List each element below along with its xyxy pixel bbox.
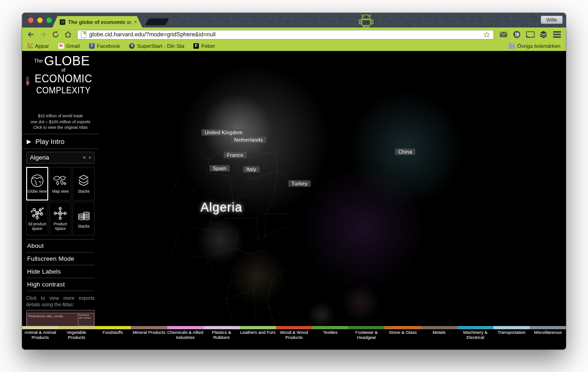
- globe-icon: [30, 173, 45, 188]
- menu-hide-labels[interactable]: Hide Labels: [26, 265, 95, 278]
- legend-category[interactable]: Footwear & Headgear: [348, 326, 384, 340]
- legend-category[interactable]: Leathers and Furs: [240, 326, 276, 340]
- new-tab-button[interactable]: [145, 18, 170, 25]
- category-label: Foodstuffs: [95, 329, 131, 340]
- category-label: Machinery & Electrical: [457, 329, 493, 340]
- world-map-icon: [52, 173, 68, 188]
- app-logo[interactable]: The GLOBE of ECONOMIC COMPLEXITY: [26, 54, 95, 110]
- bookmark-item[interactable]: SSuperStart - Din Sta: [129, 43, 184, 49]
- play-icon: ▶: [27, 138, 31, 145]
- tab-close-icon[interactable]: ×: [134, 19, 137, 25]
- dropdown-caret-icon[interactable]: ▾: [89, 155, 91, 160]
- legend-category[interactable]: Vegetable Products: [58, 326, 95, 340]
- app-title: The GLOBE of ECONOMIC COMPLEXITY: [32, 54, 95, 110]
- pocket-extension-icon[interactable]: [511, 29, 522, 40]
- category-color-swatch: [457, 326, 493, 329]
- category-color-swatch: [204, 326, 240, 329]
- tagline[interactable]: $15 trillion of world trade one dot = $1…: [26, 113, 95, 131]
- category-label: Metals: [421, 329, 457, 340]
- category-label: Leathers and Furs: [240, 329, 276, 340]
- folder-icon: [509, 44, 515, 49]
- menu-about[interactable]: About: [26, 239, 95, 252]
- product-category-legend: Animal & Animal ProductsVegetable Produc…: [22, 326, 566, 340]
- url-bar[interactable]: globe.cid.harvard.edu/?mode=gridSphere&i…: [77, 30, 494, 40]
- treemap-block-crude-oil[interactable]: Petroleum oils, crude 45%: [27, 313, 78, 326]
- mail-extension-icon[interactable]: [498, 29, 509, 40]
- title-bar: The globe of economic co × Wille: [22, 13, 566, 28]
- bookmarks-bar: ApparMGmailfFacebookSSuperStart - Din St…: [22, 41, 566, 51]
- browser-tab[interactable]: The globe of economic co ×: [52, 16, 142, 28]
- atlas-note: Click to view more exports details using…: [26, 295, 95, 308]
- country-search-input[interactable]: Algeria × ▾: [26, 152, 95, 164]
- home-button[interactable]: [63, 29, 73, 40]
- treemap-block-refined-oil[interactable]: Petroleum oils, refined: [78, 313, 94, 326]
- category-label: Chemicals & Allied Industries: [167, 329, 204, 340]
- country-label: Turkey: [288, 180, 311, 187]
- country-label: Italy: [243, 166, 260, 172]
- bookmark-item[interactable]: fFacebook: [89, 43, 120, 49]
- forward-button[interactable]: [38, 29, 48, 40]
- 3d-product-space-button[interactable]: 3d product space: [26, 202, 48, 235]
- browser-toolbar: globe.cid.harvard.edu/?mode=gridSphere&i…: [22, 28, 566, 41]
- category-label: Footwear & Headgear: [348, 329, 384, 340]
- category-label: Miscellaneous: [530, 329, 566, 340]
- legend-category[interactable]: Plastics & Rubbers: [204, 326, 240, 340]
- category-label: Transportation: [493, 329, 530, 340]
- layered-cube-icon: [76, 173, 91, 188]
- category-color-swatch: [530, 326, 566, 329]
- apps-grid-icon: [28, 43, 33, 48]
- export-treemap[interactable]: Petroleum oils, crude 45% Petroleum gase…: [26, 310, 95, 326]
- bookmark-item[interactable]: FFeber: [193, 43, 215, 49]
- legend-category[interactable]: Animal & Animal Products: [22, 326, 58, 340]
- category-label: Animal & Animal Products: [22, 329, 58, 340]
- legend-category[interactable]: Wood & Wood Products: [276, 326, 312, 340]
- legend-category[interactable]: Mineral Products: [131, 326, 167, 340]
- product-space-button[interactable]: Product Space: [50, 202, 72, 235]
- legend-category[interactable]: Transportation: [493, 326, 530, 340]
- close-window-button[interactable]: [28, 17, 34, 23]
- stacks-coins-button[interactable]: Stacks: [73, 202, 95, 235]
- category-label: Vegetable Products: [58, 329, 95, 340]
- category-color-swatch: [384, 326, 421, 329]
- legend-category[interactable]: Metals: [421, 326, 457, 340]
- country-label: United Kingdom: [202, 129, 246, 136]
- profile-button[interactable]: Wille: [541, 16, 563, 24]
- category-color-swatch: [240, 326, 276, 329]
- reload-button[interactable]: [51, 29, 61, 40]
- bookmark-item[interactable]: Appar: [28, 43, 49, 49]
- window-controls: [28, 17, 52, 23]
- country-label: China: [395, 149, 415, 155]
- layers-extension-icon[interactable]: [538, 29, 549, 40]
- menu-high-contrast[interactable]: High contrast: [26, 278, 95, 291]
- superstart-icon: S: [129, 43, 135, 49]
- legend-category[interactable]: Textiles: [312, 326, 349, 340]
- menu-hamburger-icon[interactable]: [551, 29, 562, 40]
- legend-category[interactable]: Chemicals & Allied Industries: [167, 326, 204, 340]
- harvard-crest-icon: [26, 54, 29, 110]
- map-view-button[interactable]: Map view: [50, 167, 72, 200]
- clear-search-icon[interactable]: ×: [83, 155, 86, 161]
- category-color-swatch: [276, 326, 312, 329]
- globe-view-button[interactable]: Globe view: [26, 167, 48, 200]
- cast-extension-icon[interactable]: [525, 29, 536, 40]
- legend-category[interactable]: Machinery & Electrical: [457, 326, 493, 340]
- bookmark-star-icon[interactable]: [483, 31, 490, 38]
- category-label: Mineral Products: [131, 329, 167, 340]
- globe-country-labels: United KingdomNetherlandsFranceSpainItal…: [22, 51, 566, 349]
- zoom-window-button[interactable]: [46, 17, 52, 23]
- other-bookmarks-folder[interactable]: Övriga bokmärken: [509, 43, 560, 49]
- country-label: Netherlands: [231, 137, 266, 143]
- gmail-icon: M: [58, 43, 64, 49]
- menu-fullscreen-mode[interactable]: Fullscreen Mode: [26, 252, 95, 265]
- url-text: globe.cid.harvard.edu/?mode=gridSphere&i…: [89, 31, 481, 38]
- category-label: Plastics & Rubbers: [204, 329, 240, 340]
- play-intro-button[interactable]: ▶ Play Intro: [26, 134, 95, 149]
- back-button[interactable]: [26, 29, 36, 40]
- legend-category[interactable]: Foodstuffs: [95, 326, 131, 340]
- category-label: Wood & Wood Products: [276, 329, 312, 340]
- stacks-view-button[interactable]: Stacks: [73, 167, 95, 200]
- legend-category[interactable]: Stone & Glass: [384, 326, 421, 340]
- legend-category[interactable]: Miscellaneous: [530, 326, 566, 340]
- minimize-window-button[interactable]: [37, 17, 43, 23]
- bookmark-item[interactable]: MGmail: [58, 43, 80, 49]
